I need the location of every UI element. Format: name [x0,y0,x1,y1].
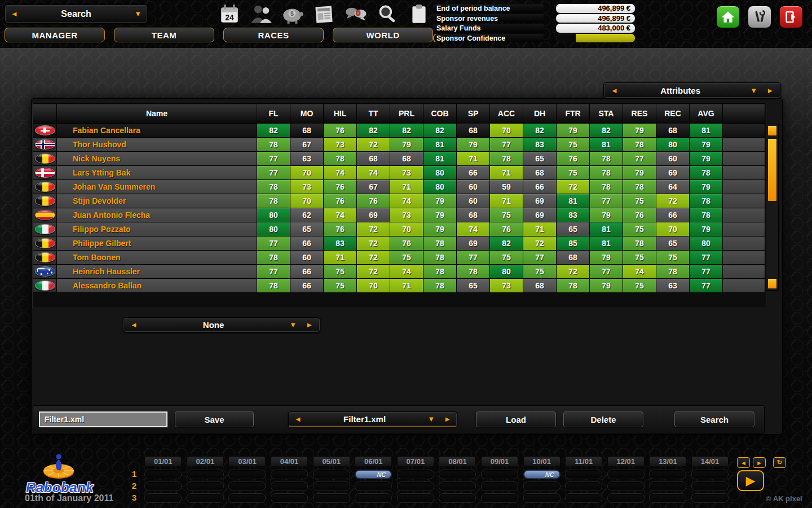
timeline-slot[interactable] [313,470,350,479]
rider-name[interactable]: Alessandro Ballan [57,279,257,293]
prev-arrow-icon[interactable]: ◄ [294,415,302,423]
stat-column-header-prl[interactable]: PRL [390,104,423,124]
messages-icon[interactable]: 0 [344,3,368,25]
timeline-slot[interactable] [228,493,266,503]
timeline-slot[interactable] [481,470,518,479]
timeline-slot[interactable] [228,481,266,491]
timeline-slot[interactable] [187,470,224,479]
timeline-slot[interactable] [271,470,308,479]
stat-column-header-acc[interactable]: ACC [490,104,523,124]
timeline-slot[interactable] [607,481,645,491]
scroll-thumb[interactable] [767,138,777,202]
calendar-icon[interactable]: 24 [218,3,241,25]
stat-column-header-dh[interactable]: DH [523,104,557,124]
table-row[interactable]: Nick Nuyens7763786868817178657678776079 [33,152,765,166]
timeline-slot[interactable] [271,481,308,491]
race-event-pill[interactable]: NC [524,470,560,479]
timeline-slot[interactable] [565,470,602,479]
staff-icon[interactable] [249,3,273,25]
load-button[interactable]: Load [476,411,556,427]
timeline-slot[interactable] [187,481,224,491]
table-row[interactable]: Stijn Devolder78707676747960716981777572… [33,194,765,208]
timeline-slot[interactable] [355,481,392,491]
timeline-slot[interactable] [481,481,518,491]
timeline-date[interactable]: 13/01 [649,456,686,466]
timeline-slot[interactable] [439,470,476,479]
search-button[interactable]: Search [674,411,754,427]
rider-name[interactable]: Johan Van Summeren [57,180,257,194]
timeline-slot[interactable] [649,493,686,503]
timeline-slot[interactable] [355,493,392,503]
next-arrow-icon[interactable]: ► [766,87,774,94]
rider-name[interactable]: Nick Nuyens [57,152,257,166]
stat-column-header-hil[interactable]: HIL [324,104,357,124]
stat-column-header-mo[interactable]: MO [290,104,324,124]
exit-button[interactable] [779,6,803,28]
stat-column-header-ftr[interactable]: FTR [557,104,590,124]
timeline-slot[interactable] [565,493,602,503]
table-row[interactable]: Heinrich Haussler77667572747878807572777… [33,265,765,279]
table-row[interactable]: Lars Ytting Bak7770747473806671687578796… [33,166,765,180]
table-row[interactable]: Johan Van Summeren7873766771806059667278… [33,180,765,194]
timeline-date[interactable]: 07/01 [397,456,434,466]
timeline-slot[interactable] [397,481,434,491]
attributes-dropdown[interactable]: ◄ Attributes ▼► [603,82,781,98]
timeline-slot[interactable] [523,493,561,503]
tab-manager[interactable]: MANAGER [5,28,105,42]
tab-team[interactable]: TEAM [114,28,214,42]
timeline-slot[interactable] [607,470,645,479]
rider-name[interactable]: Thor Hushovd [57,138,257,152]
next-arrow-icon[interactable]: ► [444,415,451,423]
rider-name[interactable]: Lars Ytting Bak [57,166,257,180]
timeline-date[interactable]: 06/01 [355,456,392,466]
tab-world[interactable]: WORLD [333,28,433,42]
timeline-slot[interactable] [271,493,308,503]
table-row[interactable]: Thor Hushovd7867737279817977837581788079 [33,138,765,152]
timeline-repeat-button[interactable]: ↻ [773,457,786,468]
rider-name[interactable]: Juan Antonio Flecha [57,208,257,222]
rider-name[interactable]: Fabian Cancellara [57,124,257,138]
timeline-slot[interactable] [691,470,729,479]
timeline-slot[interactable] [523,481,561,491]
timeline-date[interactable]: 14/01 [691,456,729,466]
group-dropdown[interactable]: ◄ None ▼► [123,317,320,332]
timeline-slot[interactable] [691,493,729,503]
stat-column-header-rec[interactable]: REC [656,104,690,124]
timeline-slot[interactable] [439,493,476,503]
home-button[interactable] [716,6,740,28]
timeline-slot[interactable] [144,470,182,479]
options-button[interactable] [748,6,771,28]
timeline-date[interactable]: 08/01 [439,456,476,466]
table-row[interactable]: Fabian Cancellara82687682828268708279827… [33,124,765,138]
stat-column-header-tt[interactable]: TT [357,104,390,124]
back-arrow-icon[interactable]: ◄ [11,10,18,17]
name-column-header[interactable]: Name [57,104,257,124]
rider-name[interactable]: Philippe Gilbert [57,237,257,251]
stat-column-header-sp[interactable]: SP [457,104,490,124]
search-magnifier-icon[interactable] [376,3,399,25]
timeline-slot[interactable] [565,481,602,491]
continue-play-button[interactable]: ▶ [737,470,764,491]
chevron-down-icon[interactable]: ▼ [427,415,435,423]
table-row[interactable]: Alessandro Ballan78667570717865736878797… [33,279,765,293]
rider-name[interactable]: Filippo Pozzato [57,222,257,237]
timeline-slot[interactable] [187,493,224,503]
race-event-pill[interactable]: NC [355,470,391,479]
chevron-down-icon[interactable]: ▼ [750,87,757,94]
timeline-date[interactable]: 02/01 [187,456,224,466]
timeline-date[interactable]: 11/01 [565,456,602,466]
filter-filename-input[interactable] [39,411,167,427]
timeline-slot[interactable] [228,470,266,479]
timeline-slot[interactable]: NC [355,470,392,479]
stat-column-header-fl[interactable]: FL [257,104,290,124]
next-arrow-icon[interactable]: ► [306,321,313,329]
timeline-slot[interactable] [649,470,686,479]
rider-name[interactable]: Tom Boonen [57,251,257,265]
timeline-slot[interactable] [439,481,476,491]
timeline-date[interactable]: 03/01 [228,456,266,466]
rider-name[interactable]: Stijn Devolder [57,194,257,208]
scroll-up-button[interactable] [767,125,777,136]
finances-piggybank-icon[interactable]: $ [281,3,304,25]
clipboard-icon[interactable] [407,3,431,25]
table-row[interactable]: Tom Boonen7860717275787775776879757577 [33,251,765,265]
